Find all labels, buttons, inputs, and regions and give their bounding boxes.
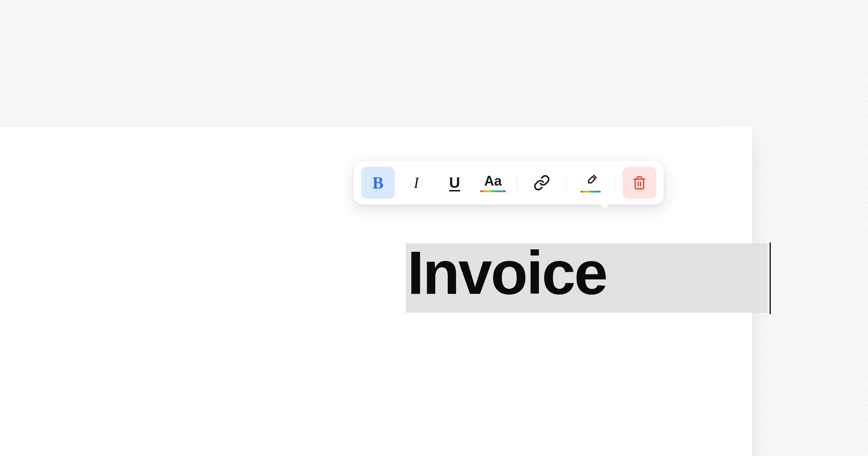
link-icon: [533, 174, 550, 191]
toolbar-divider: [517, 173, 518, 193]
highlight-icon: [580, 173, 601, 193]
bold-button[interactable]: B: [361, 167, 395, 199]
document-heading[interactable]: Invoice: [405, 242, 609, 303]
text-color-button[interactable]: Aa: [476, 167, 510, 199]
underline-icon: U: [449, 174, 460, 191]
delete-button[interactable]: [622, 167, 656, 199]
highlight-button[interactable]: [574, 167, 608, 199]
text-format-toolbar: B I U Aa: [354, 161, 664, 204]
trash-icon: [632, 176, 647, 190]
link-button[interactable]: [525, 167, 559, 199]
document-canvas[interactable]: Invoice B I U Aa: [0, 127, 752, 456]
text-cursor: [770, 242, 771, 314]
underline-button[interactable]: U: [438, 167, 472, 199]
italic-button[interactable]: I: [399, 167, 433, 199]
italic-icon: I: [414, 174, 419, 191]
text-color-icon: Aa: [480, 173, 506, 192]
bold-icon: B: [373, 173, 384, 193]
toolbar-divider: [615, 173, 615, 193]
toolbar-divider: [566, 173, 566, 193]
